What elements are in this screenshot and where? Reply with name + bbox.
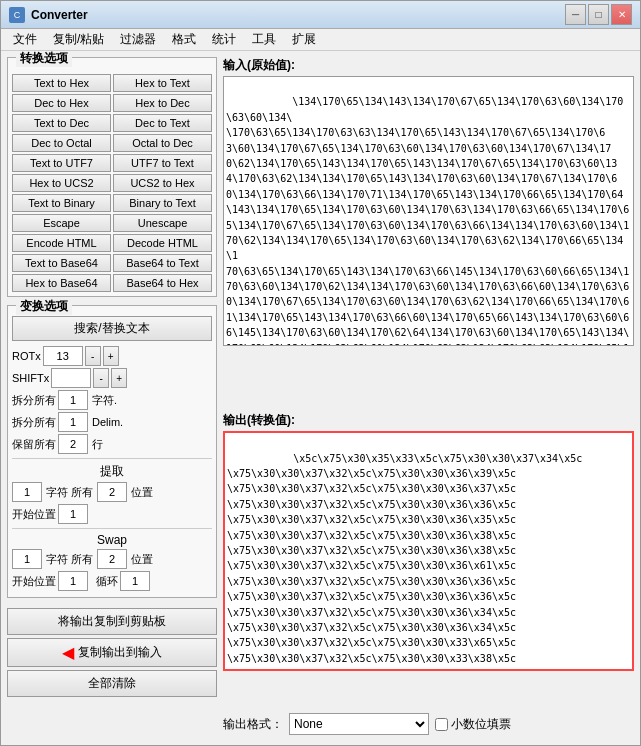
menu-extend[interactable]: 扩展 [284, 29, 324, 50]
rotx-increment[interactable]: + [103, 346, 119, 366]
rotx-input[interactable] [43, 346, 83, 366]
right-panel: 输入(原始值): \134\170\65\134\143\134\170\67\… [223, 57, 634, 739]
start-pos-input[interactable] [58, 504, 88, 524]
output-textarea[interactable]: \x5c\x75\x30\x35\x33\x5c\x75\x30\x30\x37… [223, 431, 634, 671]
close-button[interactable]: ✕ [611, 4, 632, 25]
utf7-to-text-btn[interactable]: UTF7 to Text [113, 154, 212, 172]
split-all-1-label: 拆分所有 [12, 393, 56, 408]
rotx-row: ROTx - + [12, 346, 212, 366]
hex-to-base64-btn[interactable]: Hex to Base64 [12, 274, 111, 292]
input-content: \134\170\65\134\143\134\170\67\65\134\17… [226, 96, 629, 346]
keep-all-row: 保留所有 行 [12, 434, 212, 454]
clear-all-btn[interactable]: 全部清除 [7, 670, 217, 697]
start-pos-row: 开始位置 [12, 504, 212, 524]
window-controls: ─ □ ✕ [565, 4, 632, 25]
start-pos2-row: 开始位置 循环 [12, 571, 212, 591]
split-suffix-2: Delim. [92, 416, 123, 428]
decode-html-btn[interactable]: Decode HTML [113, 234, 212, 252]
rotx-label: ROTx [12, 350, 41, 362]
shiftx-row: SHIFTx - + [12, 368, 212, 388]
menu-filter[interactable]: 过滤器 [112, 29, 164, 50]
hex-to-dec-btn[interactable]: Hex to Dec [113, 94, 212, 112]
dec-to-text-btn[interactable]: Dec to Text [113, 114, 212, 132]
split-all-1-input[interactable] [58, 390, 88, 410]
start-pos2-input[interactable] [58, 571, 88, 591]
copy-to-clipboard-btn[interactable]: 将输出复制到剪贴板 [7, 608, 217, 635]
menu-file[interactable]: 文件 [5, 29, 45, 50]
menu-bar: 文件 复制/粘贴 过滤器 格式 统计 工具 扩展 [1, 29, 640, 51]
keep-all-input[interactable] [58, 434, 88, 454]
decimal-checkbox-row: 小数位填票 [435, 716, 511, 733]
menu-tools[interactable]: 工具 [244, 29, 284, 50]
input-textarea[interactable]: \134\170\65\134\143\134\170\67\65\134\17… [223, 76, 634, 346]
shiftx-increment[interactable]: + [111, 368, 127, 388]
encode-html-btn[interactable]: Encode HTML [12, 234, 111, 252]
split-all-2-input[interactable] [58, 412, 88, 432]
swap-val1[interactable] [12, 549, 42, 569]
extract-row: 字符 所有 位置 [12, 482, 212, 502]
menu-format[interactable]: 格式 [164, 29, 204, 50]
text-to-dec-btn[interactable]: Text to Dec [12, 114, 111, 132]
extract-val1[interactable] [12, 482, 42, 502]
binary-to-text-btn[interactable]: Binary to Text [113, 194, 212, 212]
split-all-2-row: 拆分所有 Delim. [12, 412, 212, 432]
extract-section: 提取 字符 所有 位置 开始位置 [12, 458, 212, 524]
minimize-button[interactable]: ─ [565, 4, 586, 25]
main-window: C Converter ─ □ ✕ 文件 复制/粘贴 过滤器 格式 统计 工具 … [0, 0, 641, 746]
extract-title: 提取 [12, 463, 212, 480]
octal-to-dec-btn[interactable]: Octal to Dec [113, 134, 212, 152]
text-to-binary-btn[interactable]: Text to Binary [12, 194, 111, 212]
hex-to-text-btn[interactable]: Hex to Text [113, 74, 212, 92]
shiftx-input[interactable] [51, 368, 91, 388]
split-all-2-label: 拆分所有 [12, 415, 56, 430]
swap-suffix: 位置 [131, 552, 153, 567]
base64-to-text-btn[interactable]: Base64 to Text [113, 254, 212, 272]
decimal-checkbox[interactable] [435, 718, 448, 731]
swap-section: Swap 字符 所有 位置 开始位置 循环 [12, 528, 212, 591]
maximize-button[interactable]: □ [588, 4, 609, 25]
menu-copy-paste[interactable]: 复制/粘贴 [45, 29, 112, 50]
output-content: \x5c\x75\x30\x35\x33\x5c\x75\x30\x30\x37… [227, 453, 582, 672]
convert-buttons-grid: Text to Hex Hex to Text Dec to Hex Hex t… [12, 74, 212, 292]
output-format-label: 输出格式： [223, 716, 283, 733]
hex-to-ucs2-btn[interactable]: Hex to UCS2 [12, 174, 111, 192]
format-select[interactable]: None HEX DEC OCT BIN Base64 [289, 713, 429, 735]
convert-group-title: 转换选项 [16, 51, 72, 67]
copy-to-input-btn[interactable]: ◀ 复制输出到输入 [7, 638, 217, 667]
output-section: 输出(转换值): \x5c\x75\x30\x35\x33\x5c\x75\x3… [223, 412, 634, 705]
output-label: 输出(转换值): [223, 412, 634, 429]
convert-options-group: 转换选项 Text to Hex Hex to Text Dec to Hex … [7, 57, 217, 297]
swap-label: 字符 所有 [46, 552, 93, 567]
shiftx-label: SHIFTx [12, 372, 49, 384]
copy-input-arrow-icon: ◀ [62, 643, 74, 662]
main-content: 转换选项 Text to Hex Hex to Text Dec to Hex … [1, 51, 640, 745]
unescape-btn[interactable]: Unescape [113, 214, 212, 232]
dec-to-octal-btn[interactable]: Dec to Octal [12, 134, 111, 152]
ucs2-to-hex-btn[interactable]: UCS2 to Hex [113, 174, 212, 192]
shiftx-decrement[interactable]: - [93, 368, 109, 388]
search-replace-btn[interactable]: 搜索/替换文本 [12, 316, 212, 341]
swap-title: Swap [12, 533, 212, 547]
escape-btn[interactable]: Escape [12, 214, 111, 232]
window-title: Converter [31, 8, 565, 22]
loop-label: 循环 [96, 574, 118, 589]
dec-to-hex-btn[interactable]: Dec to Hex [12, 94, 111, 112]
base64-to-hex-btn[interactable]: Base64 to Hex [113, 274, 212, 292]
text-to-base64-btn[interactable]: Text to Base64 [12, 254, 111, 272]
text-to-hex-btn[interactable]: Text to Hex [12, 74, 111, 92]
left-panel: 转换选项 Text to Hex Hex to Text Dec to Hex … [7, 57, 217, 739]
rotx-decrement[interactable]: - [85, 346, 101, 366]
input-label: 输入(原始值): [223, 57, 634, 74]
split-suffix-1: 字符. [92, 393, 117, 408]
extract-val2[interactable] [97, 482, 127, 502]
text-to-utf7-btn[interactable]: Text to UTF7 [12, 154, 111, 172]
extract-label: 字符 所有 [46, 485, 93, 500]
keep-suffix: 行 [92, 437, 103, 452]
swap-val2[interactable] [97, 549, 127, 569]
split-all-1-row: 拆分所有 字符. [12, 390, 212, 410]
menu-stats[interactable]: 统计 [204, 29, 244, 50]
keep-all-label: 保留所有 [12, 437, 56, 452]
loop-input[interactable] [120, 571, 150, 591]
decimal-checkbox-label: 小数位填票 [451, 716, 511, 733]
copy-input-label: 复制输出到输入 [78, 644, 162, 661]
